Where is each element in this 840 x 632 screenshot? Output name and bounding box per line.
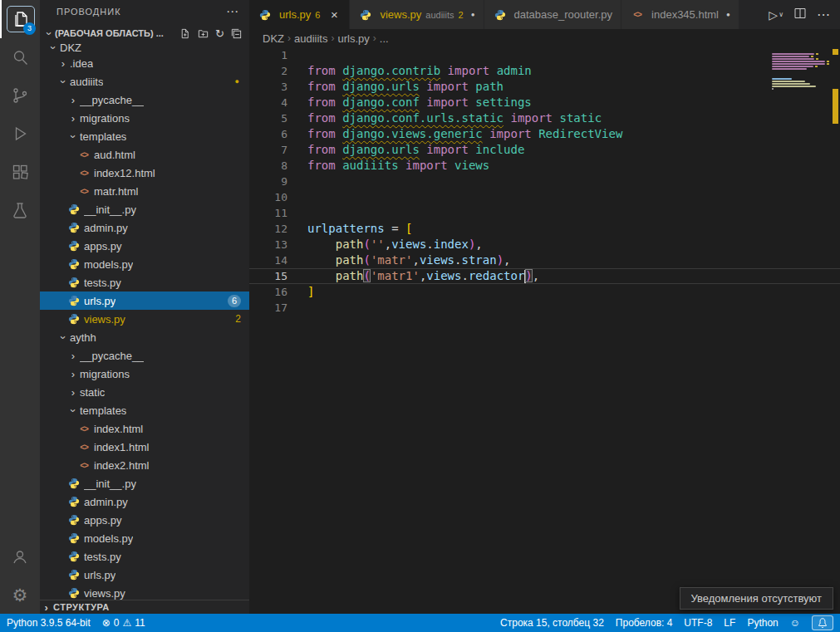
tree-item-audiiits[interactable]: ›audiiits●	[40, 72, 249, 91]
split-editor-icon	[793, 7, 807, 20]
tree-item-.idea[interactable]: ›.idea	[40, 54, 249, 72]
tree-item-aythh[interactable]: ›aythh	[40, 328, 249, 346]
status-bar-right: Строка 15, столбец 32 Пробелов: 4 UTF-8 …	[500, 615, 833, 630]
tree-item-admin.py[interactable]: admin.py	[40, 492, 249, 511]
tree-item-index1.html[interactable]: <>index1.html	[40, 438, 249, 456]
new-file-icon[interactable]	[179, 27, 191, 40]
close-icon[interactable]: ×	[327, 7, 341, 22]
python-file-icon	[258, 9, 273, 21]
tree-item-tests.py[interactable]: tests.py	[40, 273, 249, 292]
tree-item-apps.py[interactable]: apps.py	[40, 511, 249, 529]
breadcrumb: DKZ›audiiits›urls.py›...	[249, 29, 840, 47]
source-control-button[interactable]	[0, 76, 40, 115]
code-line-6: 6from django.views.generic import Redire…	[249, 126, 840, 142]
tree-item-models.py[interactable]: models.py	[40, 255, 249, 273]
tree-item-templates[interactable]: ›templates	[40, 401, 249, 419]
chevron-right-icon: ›	[66, 386, 80, 399]
line-number: 6	[249, 126, 307, 142]
outline-label: СТРУКТУРА	[53, 602, 110, 612]
explorer-button[interactable]: 3	[0, 0, 40, 38]
tree-item-label: aythh	[70, 331, 96, 344]
collapse-all-icon[interactable]	[230, 27, 243, 40]
tree-item-__init__.py[interactable]: __init__.py	[40, 474, 249, 492]
breadcrumb-item-audiiits[interactable]: audiiits	[294, 32, 327, 45]
tab-index345.html[interactable]: <>index345.html●	[621, 0, 739, 29]
tab-label: urls.py	[279, 8, 311, 21]
tree-item-static[interactable]: ›static	[40, 383, 249, 401]
indentation-item[interactable]: Пробелов: 4	[616, 617, 673, 629]
minimap[interactable]	[772, 51, 827, 93]
tree-item-matr.html[interactable]: <>matr.html	[40, 182, 249, 200]
tab-views.py[interactable]: views.pyaudiiits2●	[350, 0, 484, 29]
feedback-button[interactable]: ☺	[790, 617, 800, 629]
new-folder-icon[interactable]	[197, 27, 209, 40]
tree-item-label: views.py	[84, 587, 125, 600]
python-file-icon	[66, 587, 81, 599]
run-python-file-button[interactable]: ▷ ∨	[769, 8, 784, 22]
tree-item-templates[interactable]: ›templates	[40, 127, 249, 145]
workspace-header[interactable]: › (РАБОЧАЯ ОБЛАСТЬ) ... ↻	[40, 23, 249, 43]
tab-database_roouter.py[interactable]: database_roouter.py	[484, 0, 622, 29]
tab-label: database_roouter.py	[514, 8, 613, 21]
tree-item-tests.py[interactable]: tests.py	[40, 547, 249, 566]
ruler-warning-mark	[833, 49, 838, 55]
overview-ruler[interactable]	[830, 47, 840, 614]
tab-urls.py[interactable]: urls.py6×	[249, 0, 350, 29]
tree-item-index12.html[interactable]: <>index12.html	[40, 164, 249, 182]
encoding-item[interactable]: UTF-8	[684, 617, 712, 629]
tree-item-views.py[interactable]: views.py2	[40, 310, 249, 328]
tree-item-apps.py[interactable]: apps.py	[40, 237, 249, 255]
code-line-9: 9	[249, 174, 840, 189]
testing-button[interactable]	[0, 191, 40, 229]
tree-item-__pycache__[interactable]: ›__pycache__	[40, 346, 249, 365]
html-file-icon: <>	[76, 424, 91, 434]
problem-count-badge: 2	[235, 313, 241, 325]
tree-item-index2.html[interactable]: <>index2.html	[40, 456, 249, 474]
breadcrumb-item-urls.py[interactable]: urls.py	[337, 32, 369, 45]
html-file-icon: <>	[630, 10, 645, 19]
more-actions-button[interactable]: ⋯	[817, 7, 830, 22]
run-debug-button[interactable]	[0, 115, 40, 153]
refresh-icon[interactable]: ↻	[215, 27, 224, 40]
notifications-bell-button[interactable]	[812, 615, 833, 630]
tree-item-urls.py[interactable]: urls.py6	[40, 292, 249, 310]
extensions-button[interactable]	[0, 153, 40, 191]
code-editor[interactable]: 12from django.contrib import admin3from …	[249, 47, 840, 614]
tree-item-migrations[interactable]: ›migrations	[40, 109, 249, 127]
settings-button[interactable]: ⚙	[0, 576, 40, 614]
eol-item[interactable]: LF	[724, 617, 735, 629]
tree-item-__pycache__[interactable]: ›__pycache__	[40, 91, 249, 109]
tree-item-index.html[interactable]: <>index.html	[40, 419, 249, 438]
outline-section-header[interactable]: › СТРУКТУРА	[40, 600, 249, 614]
code-line-1: 1	[249, 47, 840, 63]
tree-item-aud.html[interactable]: <>aud.html	[40, 145, 249, 164]
tree-item-urls.py[interactable]: urls.py	[40, 566, 249, 584]
tree-item-DKZ[interactable]: ›DKZ	[40, 43, 249, 54]
problems-item[interactable]: ⊗ 0 ⚠ 11	[102, 617, 145, 629]
python-version-item[interactable]: Python 3.9.5 64-bit	[7, 617, 91, 629]
cursor-position-item[interactable]: Строка 15, столбец 32	[500, 617, 604, 629]
breadcrumb-item-...[interactable]: ...	[380, 32, 389, 45]
play-icon: ▷	[769, 8, 778, 22]
warning-count: 11	[135, 617, 145, 629]
code-line-13: 13 path('',views.index),	[249, 237, 840, 252]
chevron-down-icon: ›	[47, 43, 60, 54]
line-number: 13	[249, 237, 307, 252]
sidebar-more-icon[interactable]: ⋯	[226, 4, 239, 19]
tree-item-label: index.html	[94, 423, 143, 435]
language-mode-item[interactable]: Python	[747, 617, 778, 629]
tree-item-label: __init__.py	[84, 203, 136, 216]
tree-item-admin.py[interactable]: admin.py	[40, 218, 249, 237]
accounts-button[interactable]	[0, 537, 40, 576]
tree-item-__init__.py[interactable]: __init__.py	[40, 200, 249, 218]
tree-item-migrations[interactable]: ›migrations	[40, 365, 249, 383]
line-number: 3	[249, 79, 307, 95]
split-editor-button[interactable]	[793, 7, 807, 23]
breadcrumb-item-DKZ[interactable]: DKZ	[263, 32, 284, 45]
tree-item-label: index12.html	[94, 167, 155, 179]
tree-item-views.py[interactable]: views.py	[40, 584, 249, 600]
tree-item-models.py[interactable]: models.py	[40, 529, 249, 547]
code-line-11: 11	[249, 205, 840, 221]
search-button[interactable]	[0, 38, 40, 76]
notification-toast[interactable]: Уведомления отсутствуют	[680, 587, 833, 610]
